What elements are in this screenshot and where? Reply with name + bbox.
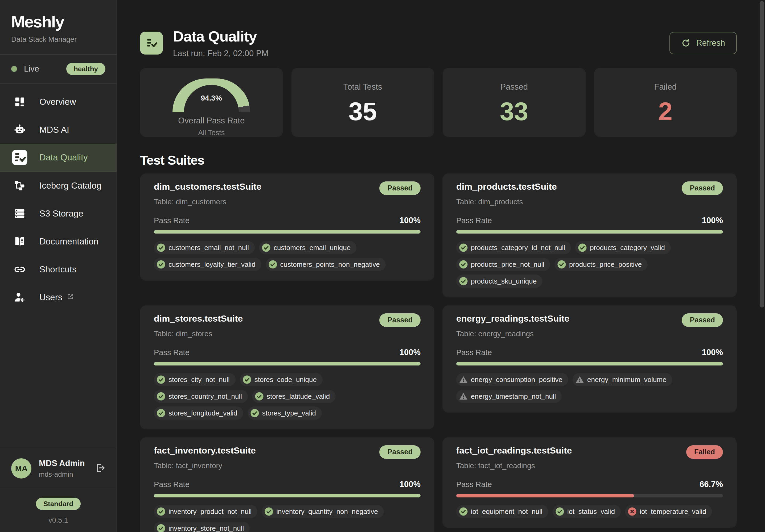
suite-card-dim-customers-testsuite: dim_customers.testSuitePassedTable: dim_… [140, 173, 434, 281]
connection-status-row: Live healthy [0, 55, 117, 84]
user-meta: MDS Admin mds-admin [39, 458, 85, 478]
test-chip: customers_points_non_negative [266, 258, 386, 271]
test-chip: stores_latitude_valid [252, 390, 336, 403]
page-header: Data Quality Last run: Feb 2, 02:00 PM R… [140, 28, 737, 58]
refresh-label: Refresh [696, 38, 725, 48]
user-username: mds-admin [39, 470, 85, 478]
stat-card-total-tests: Total Tests35 [292, 68, 434, 137]
test-chip-label: inventory_quantity_non_negative [276, 507, 378, 516]
check-circle-icon [157, 260, 166, 269]
pass-rate-bar-fill [456, 494, 634, 497]
check-circle-icon [243, 375, 252, 384]
plan-badge: Standard [36, 498, 81, 510]
test-chip-label: stores_latitude_valid [267, 393, 330, 400]
live-status-label: Live [24, 64, 66, 74]
refresh-button[interactable]: Refresh [669, 32, 737, 54]
logout-icon[interactable] [95, 462, 105, 474]
test-chip: iot_temperature_valid [625, 505, 712, 518]
pass-rate-bar [456, 362, 723, 366]
status-badge: Failed [686, 445, 723, 459]
app-window: Meshly Data Stack Manager Live healthy O… [0, 0, 765, 532]
pass-rate-bar-fill [456, 362, 723, 366]
pass-rate-value: 100% [399, 480, 420, 489]
test-chip-label: customers_loyalty_tier_valid [169, 260, 256, 269]
pass-rate-label: Pass Rate [456, 216, 492, 225]
refresh-icon [681, 38, 691, 48]
suite-card-fact-inventory-testsuite: fact_inventory.testSuitePassedTable: fac… [140, 437, 434, 532]
check-circle-icon [578, 243, 587, 252]
scrollbar-thumb[interactable] [760, 1, 764, 308]
suite-header: dim_products.testSuitePassed [456, 181, 723, 195]
gauge-value: 94.3% [201, 94, 222, 103]
live-status-dot [11, 66, 17, 72]
test-chip-label: iot_status_valid [567, 507, 615, 516]
check-circle-icon [459, 507, 468, 516]
warning-icon [459, 392, 468, 401]
sidebar-item-users[interactable]: Users [0, 283, 117, 311]
status-badge: Passed [682, 181, 723, 195]
suite-card-fact-iot-readings-testsuite: fact_iot_readings.testSuiteFailedTable: … [442, 437, 737, 528]
stats-row: 94.3% Overall Pass Rate All Tests Total … [140, 68, 737, 137]
test-chip: customers_email_unique [259, 241, 357, 254]
test-chip-label: energy_consumption_positive [471, 376, 562, 384]
status-badge: Passed [379, 445, 420, 459]
pass-rate-bar [456, 230, 723, 234]
suite-table-label: Table: energy_readings [456, 330, 723, 338]
check-circle-icon [268, 260, 277, 269]
pass-rate-bar-fill [154, 230, 420, 234]
test-chip-list: products_category_id_not_nullproducts_ca… [456, 241, 723, 288]
main-content: Data Quality Last run: Feb 2, 02:00 PM R… [117, 0, 765, 532]
test-chip: stores_longitude_valid [154, 406, 243, 420]
pass-rate-row: Pass Rate100% [456, 348, 723, 357]
health-badge: healthy [66, 63, 105, 75]
check-circle-icon [157, 375, 166, 384]
test-chip-list: customers_email_not_nullcustomers_email_… [154, 241, 420, 271]
suite-table-label: Table: fact_inventory [154, 461, 420, 470]
pass-rate-bar-fill [456, 230, 723, 234]
test-chip: customers_loyalty_tier_valid [154, 258, 262, 271]
stat-card-passed: Passed33 [443, 68, 586, 137]
check-circle-icon [264, 507, 273, 516]
pass-rate-row: Pass Rate66.7% [456, 480, 723, 489]
sidebar-item-data-quality[interactable]: Data Quality [0, 143, 117, 171]
check-circle-icon [262, 243, 271, 252]
sidebar-item-overview[interactable]: Overview [0, 88, 117, 116]
sidebar-item-s3-storage[interactable]: S3 Storage [0, 199, 117, 227]
header-text: Data Quality Last run: Feb 2, 02:00 PM [173, 28, 268, 58]
sidebar-item-mds-ai[interactable]: MDS AI [0, 116, 117, 143]
user-name: MDS Admin [39, 458, 85, 468]
test-chip-label: products_category_valid [590, 244, 665, 252]
test-chip-list: iot_equipment_not_nulliot_status_validio… [456, 505, 723, 518]
pass-rate-value: 100% [702, 216, 723, 225]
gauge-label: Overall Pass Rate [178, 116, 245, 126]
sidebar-item-documentation[interactable]: Documentation [0, 227, 117, 255]
test-chip-label: energy_timestamp_not_null [471, 393, 556, 400]
test-chip-label: customers_email_unique [274, 244, 351, 252]
app-tagline: Data Stack Manager [11, 35, 105, 44]
pass-rate-bar-fill [154, 362, 420, 366]
sidebar-item-label: Shortcuts [39, 264, 76, 275]
test-chip-label: iot_temperature_valid [640, 507, 706, 516]
pass-rate-label: Pass Rate [456, 348, 492, 357]
pass-rate-bar [154, 494, 420, 497]
suite-name: fact_inventory.testSuite [154, 445, 256, 456]
test-chip-label: customers_email_not_null [169, 244, 249, 252]
gauge-sublabel: All Tests [198, 129, 225, 137]
pass-rate-label: Pass Rate [154, 216, 190, 225]
test-chip: customers_email_not_null [154, 241, 255, 254]
suite-name: dim_products.testSuite [456, 181, 557, 192]
test-chip-label: products_category_id_not_null [471, 244, 565, 252]
sidebar-item-shortcuts[interactable]: Shortcuts [0, 255, 117, 283]
test-chip: stores_country_not_null [154, 390, 248, 403]
stat-label: Failed [654, 82, 677, 92]
pass-rate-bar [154, 362, 420, 366]
pass-rate-label: Pass Rate [456, 480, 492, 489]
sidebar-item-iceberg-catalog[interactable]: Iceberg Catalog [0, 171, 117, 199]
sidebar-item-label: Overview [39, 97, 76, 107]
app-version: v0.5.1 [0, 516, 117, 525]
page-title: Data Quality [173, 28, 268, 45]
test-chip: inventory_store_not_null [154, 522, 250, 532]
test-chip-list: energy_consumption_positiveenergy_minimu… [456, 373, 723, 403]
check-circle-icon [459, 243, 468, 252]
sidebar: Meshly Data Stack Manager Live healthy O… [0, 0, 117, 532]
